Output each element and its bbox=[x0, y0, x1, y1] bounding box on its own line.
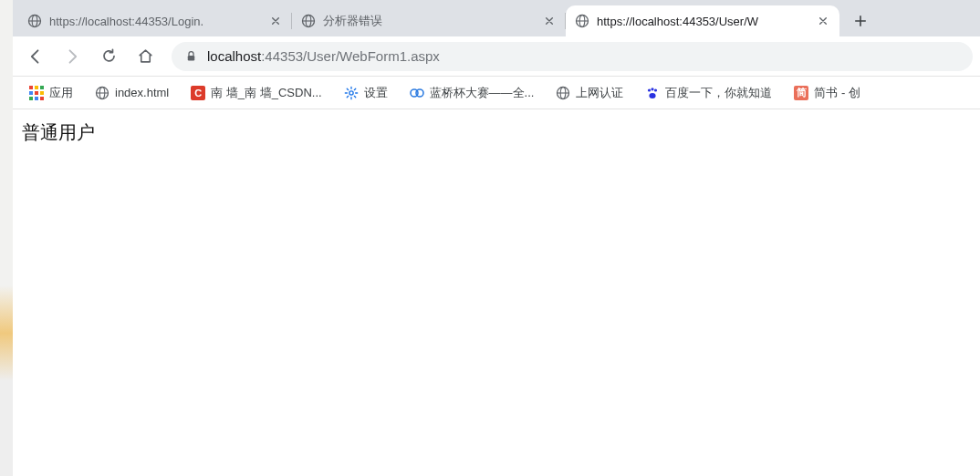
bookmark-netauth[interactable]: 上网认证 bbox=[547, 81, 632, 105]
bookmark-label: 上网认证 bbox=[576, 85, 623, 101]
gear-icon bbox=[344, 86, 359, 100]
bookmark-label: index.html bbox=[115, 86, 169, 99]
url-text: localhost:44353/User/WebForm1.aspx bbox=[207, 48, 960, 64]
bookmark-index[interactable]: index.html bbox=[86, 82, 178, 104]
url-host: localhost bbox=[207, 48, 261, 64]
tab-title: https://localhost:44353/User/W bbox=[597, 15, 808, 28]
lock-icon bbox=[184, 49, 198, 63]
close-icon[interactable] bbox=[268, 14, 283, 28]
bookmark-label: 设置 bbox=[364, 85, 388, 101]
bookmark-label: 蓝桥杯大赛——全... bbox=[430, 85, 535, 101]
home-button[interactable] bbox=[130, 41, 161, 72]
bookmark-jianshu[interactable]: 简 简书 - 创 bbox=[785, 81, 870, 105]
globe-icon bbox=[556, 86, 570, 100]
reload-button[interactable] bbox=[93, 41, 124, 72]
bookmarks-bar: 应用 index.html C 南 墙_南 墙_CSDN... 设置 蓝桥杯大赛… bbox=[13, 77, 980, 109]
back-button[interactable] bbox=[20, 41, 51, 72]
close-icon[interactable] bbox=[816, 14, 830, 28]
background-strip bbox=[0, 0, 13, 476]
apps-shortcut[interactable]: 应用 bbox=[20, 81, 82, 105]
bookmark-label: 简书 - 创 bbox=[814, 85, 860, 101]
svg-point-21 bbox=[652, 88, 654, 90]
globe-icon bbox=[27, 14, 42, 28]
tab-0[interactable]: https://localhost:44353/Login. bbox=[18, 5, 292, 36]
csdn-icon: C bbox=[191, 86, 205, 100]
globe-icon bbox=[575, 14, 589, 28]
forward-button[interactable] bbox=[57, 41, 88, 72]
bookmark-settings[interactable]: 设置 bbox=[335, 81, 397, 105]
tab-bar: https://localhost:44353/Login. 分析器错误 htt… bbox=[13, 0, 980, 36]
tab-1[interactable]: 分析器错误 bbox=[292, 5, 566, 36]
url-path: /User/WebForm1.aspx bbox=[303, 48, 440, 64]
bookmark-label: 百度一下，你就知道 bbox=[665, 85, 772, 101]
page-content: 普通用户 bbox=[13, 109, 980, 476]
new-tab-button[interactable] bbox=[847, 7, 874, 35]
svg-point-13 bbox=[349, 90, 352, 94]
bookmark-lanqiao[interactable]: 蓝桥杯大赛——全... bbox=[401, 81, 544, 105]
bookmark-csdn[interactable]: C 南 墙_南 墙_CSDN... bbox=[182, 81, 330, 105]
apps-label: 应用 bbox=[49, 85, 73, 101]
tab-2-active[interactable]: https://localhost:44353/User/W bbox=[566, 5, 839, 36]
toolbar: localhost:44353/User/WebForm1.aspx bbox=[13, 36, 980, 77]
bookmark-baidu[interactable]: 百度一下，你就知道 bbox=[636, 81, 781, 105]
bookmark-label: 南 墙_南 墙_CSDN... bbox=[211, 85, 321, 101]
tab-title: https://localhost:44353/Login. bbox=[49, 15, 261, 28]
url-port: :44353 bbox=[261, 48, 303, 64]
page-heading: 普通用户 bbox=[22, 120, 971, 145]
svg-rect-9 bbox=[188, 56, 195, 61]
svg-point-20 bbox=[648, 88, 651, 91]
jianshu-icon: 简 bbox=[794, 86, 808, 100]
globe-icon bbox=[301, 14, 316, 28]
lanqiao-icon bbox=[410, 86, 424, 100]
tab-title: 分析器错误 bbox=[323, 13, 535, 29]
browser-window: https://localhost:44353/Login. 分析器错误 htt… bbox=[13, 0, 980, 476]
svg-point-22 bbox=[654, 88, 657, 91]
address-bar[interactable]: localhost:44353/User/WebForm1.aspx bbox=[172, 42, 973, 71]
svg-point-23 bbox=[650, 93, 656, 98]
close-icon[interactable] bbox=[542, 14, 557, 28]
apps-icon bbox=[29, 86, 44, 100]
baidu-icon bbox=[645, 86, 660, 100]
globe-icon bbox=[95, 86, 109, 100]
